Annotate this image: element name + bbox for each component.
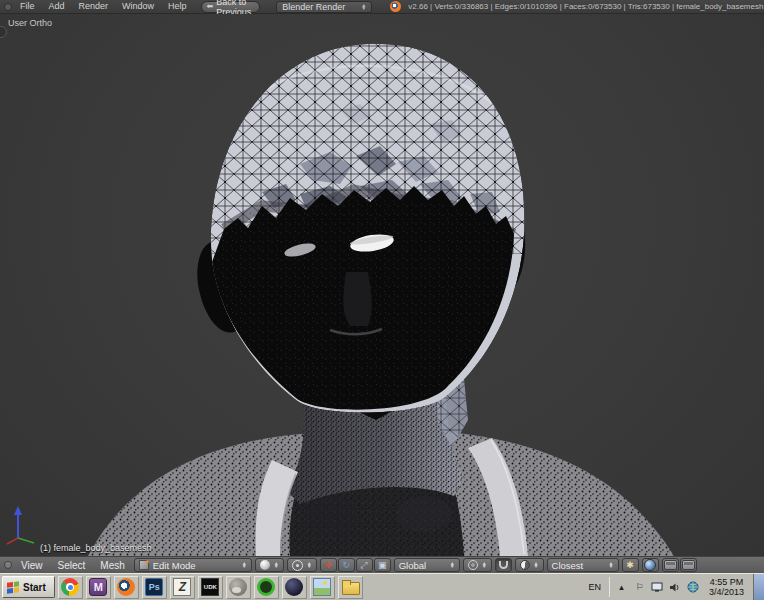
active-object-label: (1) female_body_basemesh <box>40 543 152 553</box>
windows-taskbar: Start M Ps Z UDK EN ▴ ⚐ <box>0 573 764 600</box>
render-anim-icon <box>682 560 695 570</box>
taskbar-item-xnormal[interactable] <box>282 576 307 599</box>
magnet-icon <box>499 561 508 569</box>
start-label: Start <box>23 582 46 593</box>
menu-view[interactable]: View <box>15 560 49 571</box>
dropdown-arrows-icon: ▲▼ <box>450 562 455 568</box>
taskbar-item-zbrush[interactable]: Z <box>170 576 195 599</box>
photo-viewer-icon <box>313 578 331 596</box>
proportional-edit-select[interactable]: ▲▼ <box>463 558 492 572</box>
edit-mode-mesh-canvas[interactable] <box>0 14 764 556</box>
editor-type-icon[interactable] <box>4 561 12 569</box>
taskbar-item-blender[interactable] <box>114 576 139 599</box>
network-globe-icon[interactable] <box>687 580 700 594</box>
back-to-previous-button[interactable]: ⬅ Back to Previous <box>201 1 261 13</box>
action-center-flag-icon[interactable]: ⚐ <box>633 580 646 594</box>
transform-orientation-select[interactable]: Global ▲▼ <box>394 558 460 572</box>
back-arrow-icon: ⬅ <box>207 2 214 11</box>
taskbar-item-photo-viewer[interactable] <box>310 576 335 599</box>
system-tray: EN ▴ ⚐ 4:55 PM 3/4/2013 <box>583 574 750 600</box>
render-image-icon <box>664 560 677 570</box>
xnormal-icon <box>285 578 303 596</box>
menu-window[interactable]: Window <box>116 0 160 13</box>
edit-mode-icon <box>139 560 149 570</box>
windows-logo-icon <box>7 581 19 593</box>
mudbox-icon <box>257 578 275 596</box>
dropdown-arrows-icon: ▲▼ <box>361 4 366 10</box>
orientation-value: Global <box>399 560 426 571</box>
volume-icon[interactable] <box>669 580 682 594</box>
blender-window: File Add Render Window Help ⬅ Back to Pr… <box>0 0 764 600</box>
scene-stats-text: v2.66 | Verts:0/336863 | Edges:0/1010396… <box>408 2 763 11</box>
viewport-3d[interactable]: User Ortho (1) female_body_basemesh <box>0 14 764 556</box>
manipulator-translate-toggle[interactable]: ✥ <box>320 558 337 572</box>
tray-divider <box>609 577 610 597</box>
gimp-icon <box>229 578 247 596</box>
taskbar-item-udk[interactable]: UDK <box>198 576 223 599</box>
viewport-shading-select[interactable]: ▲▼ <box>255 558 284 572</box>
dropdown-arrows-icon: ▲▼ <box>274 562 279 568</box>
clock-time: 4:55 PM <box>710 577 744 587</box>
language-indicator[interactable]: EN <box>585 582 604 592</box>
menu-help[interactable]: Help <box>162 0 193 13</box>
show-desktop-button[interactable] <box>753 574 764 600</box>
pivot-point-select[interactable]: ▲▼ <box>287 558 317 572</box>
chrome-icon <box>61 578 79 596</box>
pivot-icon <box>292 560 303 571</box>
marmoset-icon: M <box>89 578 107 596</box>
combo-icon: ▣ <box>378 560 387 570</box>
opengl-render-image-button[interactable] <box>662 558 679 572</box>
view3d-header: View Select Mesh Edit Mode ▲▼ ▲▼ ▲▼ ✥ ↻ … <box>0 556 764 573</box>
taskbar-item-chrome[interactable] <box>58 576 83 599</box>
opengl-globe-button[interactable] <box>642 558 659 572</box>
taskbar-item-photoshop[interactable]: Ps <box>142 576 167 599</box>
scale-icon: ⤢ <box>361 560 368 571</box>
menu-render[interactable]: Render <box>73 0 115 13</box>
editor-collapse-icon[interactable] <box>4 3 12 11</box>
menu-add[interactable]: Add <box>43 0 71 13</box>
show-hidden-icons-button[interactable]: ▴ <box>615 580 628 594</box>
info-editor-header: File Add Render Window Help ⬅ Back to Pr… <box>0 0 764 14</box>
mode-select[interactable]: Edit Mode ▲▼ <box>134 558 252 572</box>
snap-element-icon <box>520 560 530 570</box>
opengl-render-anim-button[interactable] <box>680 558 697 572</box>
snap-element-select[interactable]: ▲▼ <box>515 558 544 572</box>
manipulator-combo-toggle[interactable]: ▣ <box>374 558 391 572</box>
snap-target-select[interactable]: Closest ▲▼ <box>547 558 619 572</box>
manipulator-rotate-toggle[interactable]: ↻ <box>338 558 355 572</box>
udk-icon: UDK <box>201 578 219 596</box>
snap-target-value: Closest <box>552 560 584 571</box>
zbrush-icon: Z <box>173 578 191 596</box>
manipulator-scale-toggle[interactable]: ⤢ <box>356 558 373 572</box>
taskbar-item-mudbox[interactable] <box>254 576 279 599</box>
dropdown-arrows-icon: ▲▼ <box>242 562 247 568</box>
dropdown-arrows-icon: ▲▼ <box>609 562 614 568</box>
blender-icon <box>117 578 135 596</box>
render-engine-select[interactable]: Blender Render ▲▼ <box>276 1 372 13</box>
start-button[interactable]: Start <box>2 576 55 598</box>
mode-value: Edit Mode <box>153 560 196 571</box>
blender-logo-icon <box>390 1 401 12</box>
taskbar-item-gimp[interactable] <box>226 576 251 599</box>
dropdown-arrows-icon: ▲▼ <box>307 562 312 568</box>
mesh-head <box>190 34 550 413</box>
axis-gizmo <box>7 506 34 544</box>
globe-icon <box>644 559 656 571</box>
taskbar-clock[interactable]: 4:55 PM 3/4/2013 <box>705 577 748 597</box>
menu-file[interactable]: File <box>14 0 41 13</box>
snap-toggle[interactable] <box>495 558 512 572</box>
dropdown-arrows-icon: ▲▼ <box>482 562 487 568</box>
network-monitor-icon[interactable] <box>651 580 664 594</box>
folder-icon <box>341 578 359 596</box>
rotate-icon: ↻ <box>342 560 350 570</box>
clock-date: 3/4/2013 <box>709 587 744 597</box>
render-engine-value: Blender Render <box>282 2 345 12</box>
menu-select[interactable]: Select <box>52 560 92 571</box>
menu-mesh[interactable]: Mesh <box>94 560 130 571</box>
snap-option-toggle[interactable]: ✱ <box>622 558 639 572</box>
dropdown-arrows-icon: ▲▼ <box>534 562 539 568</box>
translate-icon: ✥ <box>324 560 332 570</box>
taskbar-item-file-explorer[interactable] <box>338 576 363 599</box>
shading-sphere-icon <box>260 560 270 570</box>
taskbar-item-marmoset[interactable]: M <box>86 576 111 599</box>
